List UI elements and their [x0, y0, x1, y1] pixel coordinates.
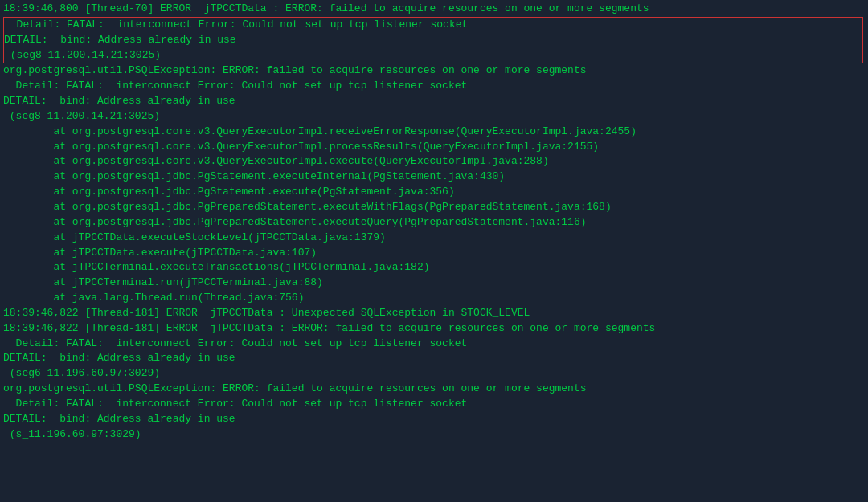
- log-line-11: at org.postgresql.core.v3.QueryExecutorI…: [3, 154, 865, 169]
- log-line-29: (s_11.196.60.97:3029): [3, 427, 865, 443]
- log-line-24: DETAIL: bind: Address already in use: [3, 351, 865, 366]
- log-line-4: (seg8 11.200.14.21:3025): [4, 48, 862, 63]
- log-line-17: at jTPCCTData.execute(jTPCCTData.java:10…: [3, 246, 865, 261]
- log-line-3: DETAIL: bind: Address already in use: [4, 33, 862, 48]
- log-line-18: at jTPCCTerminal.executeTransactions(jTP…: [3, 260, 865, 275]
- log-line-27: Detail: FATAL: interconnect Error: Could…: [3, 397, 865, 412]
- log-line-16: at jTPCCTData.executeStockLevel(jTPCCTDa…: [3, 231, 865, 246]
- log-line-19: at jTPCCTerminal.run(jTPCCTerminal.java:…: [3, 275, 865, 291]
- log-line-10: at org.postgresql.core.v3.QueryExecutorI…: [3, 140, 865, 155]
- log-line-8: (seg8 11.200.14.21:3025): [3, 109, 865, 124]
- log-line-12: at org.postgresql.jdbc.PgStatement.execu…: [3, 169, 865, 185]
- log-line-21: 18:39:46,822 [Thread-181] ERROR jTPCCTDa…: [3, 306, 865, 321]
- log-line-13: at org.postgresql.jdbc.PgStatement.execu…: [3, 185, 865, 200]
- terminal-window: 18:39:46,800 [Thread-70] ERROR jTPCCTDat…: [0, 0, 868, 502]
- log-line-25: (seg6 11.196.60.97:3029): [3, 366, 865, 382]
- log-line-1: 18:39:46,800 [Thread-70] ERROR jTPCCTDat…: [3, 2, 865, 17]
- log-line-7: DETAIL: bind: Address already in use: [3, 94, 865, 109]
- log-line-15: at org.postgresql.jdbc.PgPreparedStateme…: [3, 215, 865, 231]
- terminal-content: 18:39:46,800 [Thread-70] ERROR jTPCCTDat…: [3, 2, 865, 442]
- log-line-22: 18:39:46,822 [Thread-181] ERROR jTPCCTDa…: [3, 321, 865, 337]
- log-line-28: DETAIL: bind: Address already in use: [3, 412, 865, 427]
- log-line-9: at org.postgresql.core.v3.QueryExecutorI…: [3, 124, 865, 140]
- log-line-14: at org.postgresql.jdbc.PgPreparedStateme…: [3, 200, 865, 215]
- log-line-2: Detail: FATAL: interconnect Error: Could…: [4, 18, 862, 33]
- log-line-5: org.postgresql.util.PSQLException: ERROR…: [3, 63, 865, 79]
- log-line-26: org.postgresql.util.PSQLException: ERROR…: [3, 382, 865, 397]
- log-line-20: at java.lang.Thread.run(Thread.java:756): [3, 291, 865, 306]
- log-line-23: Detail: FATAL: interconnect Error: Could…: [3, 337, 865, 352]
- log-line-6: Detail: FATAL: interconnect Error: Could…: [3, 79, 865, 94]
